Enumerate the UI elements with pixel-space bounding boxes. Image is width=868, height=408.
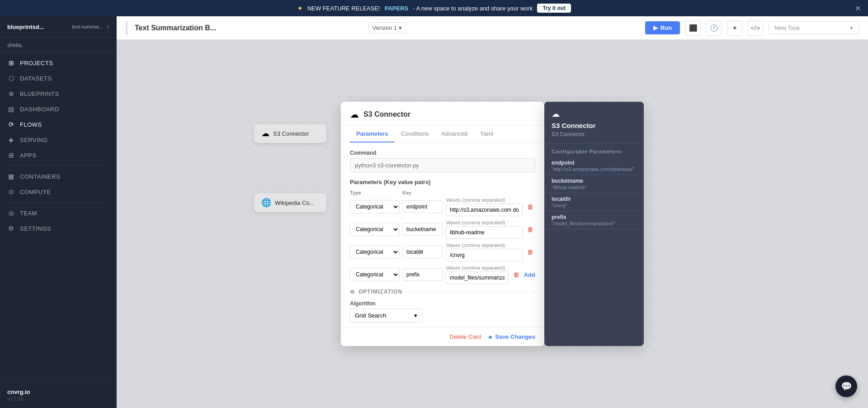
param-key-0[interactable]: [402, 200, 443, 213]
tab-parameters[interactable]: Parameters: [350, 126, 395, 142]
param-delete-3[interactable]: 🗑: [511, 271, 521, 278]
stop-button[interactable]: ⬛: [685, 20, 701, 36]
sidebar-header: blueprintsd... text-summar... ‹: [0, 16, 117, 38]
param-type-select-0[interactable]: Categorical: [350, 200, 400, 213]
command-input[interactable]: [350, 158, 535, 172]
right-panel-header: ☁ S3 Connector S3 Connector: [544, 102, 644, 143]
param-val-wrapper-0: Values (comma separated): [446, 197, 523, 216]
algorithm-select[interactable]: Grid Search ▾: [350, 308, 422, 323]
magic-button[interactable]: ✦: [727, 20, 742, 36]
modal-overlay: ☁ S3 Connector Parameters Conditions Adv…: [117, 40, 868, 408]
sidebar-item-label: COMPUTE: [20, 189, 51, 195]
save-label: Save Changes: [495, 333, 535, 340]
top-banner: ✦ NEW FEATURE RELEASE! PAPERS - A new sp…: [0, 0, 868, 16]
param-val-wrapper-1: Values (comma separated): [446, 220, 523, 239]
sidebar-item-serving[interactable]: ◈ Serving: [0, 132, 117, 147]
sidebar-item-dashboard[interactable]: ▤ DASHBOARD: [0, 101, 117, 117]
tab-conditions[interactable]: Conditions: [395, 126, 435, 142]
footer-version: v4.7.56: [7, 396, 109, 402]
sidebar-item-datasets[interactable]: ⬡ DATASETS: [0, 71, 117, 86]
new-task-dropdown[interactable]: New Task ▾: [769, 21, 859, 34]
sidebar-item-label: BLUEPRINTS: [20, 90, 59, 97]
type-col-header: Type: [350, 190, 400, 195]
sidebar-item-blueprints[interactable]: ⊛ BLUEPRINTS: [0, 86, 117, 101]
settings-icon: ⚙: [7, 225, 15, 232]
tab-advanced[interactable]: Advanced: [435, 126, 474, 142]
sidebar-item-containers[interactable]: ▦ CONTAINERS: [0, 169, 117, 184]
param-key-2[interactable]: [402, 246, 443, 258]
save-changes-button[interactable]: ● Save Changes: [488, 333, 535, 341]
tab-yaml[interactable]: Yaml: [474, 126, 500, 142]
dashboard-icon: ▤: [7, 105, 15, 113]
version-selector[interactable]: Version 1 ▾: [368, 22, 406, 33]
play-icon: ▶: [653, 24, 658, 31]
algorithm-label: Algorithm: [350, 300, 422, 307]
config-param-name-prefix: prefix: [552, 214, 637, 220]
close-banner-button[interactable]: ✕: [855, 4, 861, 13]
config-param-localdir: localdir "cnvrg": [544, 193, 644, 211]
sidebar-user: sheila.: [0, 38, 117, 52]
papers-link[interactable]: PAPERS: [385, 5, 409, 12]
sidebar-item-flows[interactable]: ⟳ Flows: [0, 117, 117, 132]
config-param-value-localdir: "cnvrg": [552, 203, 637, 208]
param-delete-2[interactable]: 🗑: [525, 248, 535, 256]
param-row-inner-2: Categorical Values (comma separated): [350, 242, 523, 261]
algorithm-group: Algorithm Grid Search ▾: [350, 300, 422, 323]
param-type-select-3[interactable]: Categorical: [350, 268, 400, 281]
new-task-label: New Task: [774, 24, 800, 31]
values-label-1: Values (comma separated): [446, 220, 523, 225]
right-panel-icon: ☁: [552, 109, 637, 119]
clock-icon: 🕐: [710, 24, 718, 32]
config-param-name-bucketname: bucketname: [552, 178, 637, 184]
command-label: Command: [350, 150, 535, 156]
param-key-3[interactable]: [402, 268, 443, 281]
chevron-down-algo: ▾: [414, 312, 417, 319]
optimization-toggle-icon: ⊖: [350, 289, 355, 295]
version-label: Version 1: [373, 24, 397, 31]
modal-container: ☁ S3 Connector Parameters Conditions Adv…: [341, 102, 644, 346]
sidebar-item-apps[interactable]: ⊞ Apps: [0, 147, 117, 163]
sidebar-collapse-button[interactable]: ‹: [107, 23, 109, 31]
param-type-select-2[interactable]: Categorical: [350, 245, 400, 259]
sidebar-item-projects[interactable]: ⊞ PROJECTS: [0, 55, 117, 71]
config-param-name-localdir: localdir: [552, 196, 637, 202]
blueprints-icon: ⊛: [7, 90, 15, 97]
history-button[interactable]: 🕐: [706, 20, 722, 36]
top-bar: Text Summarization B... Version 1 ▾ ▶ Ru…: [117, 16, 868, 40]
param-type-select-1[interactable]: Categorical: [350, 223, 400, 236]
param-key-1[interactable]: [402, 223, 443, 236]
param-val-2[interactable]: [446, 249, 523, 261]
modal-icon: ☁: [350, 109, 359, 120]
sidebar-item-label: Flows: [20, 121, 42, 128]
nav-divider: [7, 166, 109, 166]
sidebar-item-settings[interactable]: ⚙ SETTINGS: [0, 221, 117, 236]
config-param-prefix: prefix "model_files/summarization/": [544, 211, 644, 229]
sidebar-nav: ⊞ PROJECTS ⬡ DATASETS ⊛ BLUEPRINTS ▤ DAS…: [0, 52, 117, 382]
sidebar-item-compute[interactable]: ⊙ COMPUTE: [0, 184, 117, 199]
params-section-label: Parameters (Key value pairs): [350, 179, 535, 185]
param-val-3[interactable]: [446, 271, 509, 284]
values-label-3: Values (comma separated): [446, 265, 509, 270]
add-param-button[interactable]: Add: [524, 271, 535, 278]
param-row-inner-0: Categorical Values (comma separated): [350, 197, 523, 216]
right-info-panel: ☁ S3 Connector S3 Connector Configurable…: [544, 102, 644, 346]
sidebar-item-label: DATASETS: [20, 75, 52, 82]
try-it-out-button[interactable]: Try it out: [537, 4, 571, 13]
param-val-1[interactable]: [446, 226, 523, 239]
modal-title: S3 Connector: [363, 110, 410, 119]
sidebar-item-label: DASHBOARD: [20, 106, 59, 113]
param-val-0[interactable]: [446, 204, 523, 216]
param-delete-1[interactable]: 🗑: [525, 226, 535, 233]
code-button[interactable]: </>: [748, 20, 763, 36]
sidebar-footer: cnvrg.io v4.7.56: [0, 382, 117, 408]
delete-card-button[interactable]: Delete Card: [450, 333, 481, 340]
nav-divider-2: [7, 202, 109, 203]
run-button[interactable]: ▶ Run: [645, 21, 680, 34]
optimization-section[interactable]: ⊖ OPTIMIZATION: [350, 289, 535, 295]
values-label-2: Values (comma separated): [446, 242, 523, 248]
chevron-down-icon-task: ▾: [850, 24, 853, 31]
param-delete-0[interactable]: 🗑: [525, 203, 535, 210]
sidebar-item-team[interactable]: ◎ TEAM: [0, 205, 117, 221]
canvas-area: ☁ S3 Connector 🌐 Wikipedia Co... ☁ S3 Co…: [117, 40, 868, 408]
param-row-inner-3: Categorical Values (comma separated): [350, 265, 509, 284]
